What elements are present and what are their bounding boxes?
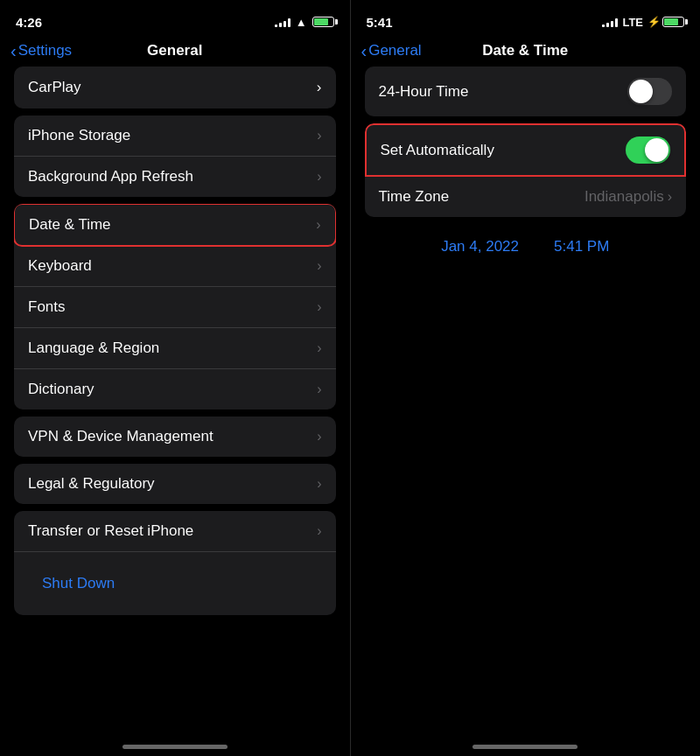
- twenty-four-hour-label: 24-Hour Time: [379, 83, 469, 101]
- left-status-bar: 4:26 ▲: [0, 0, 350, 38]
- transfer-reset-row[interactable]: Transfer or Reset iPhone ›: [14, 511, 336, 552]
- date-display: Jan 4, 2022: [441, 238, 519, 256]
- right-status-icons: LTE ⚡: [602, 16, 684, 29]
- language-region-row[interactable]: Language & Region ›: [14, 328, 336, 369]
- set-automatically-row: Set Automatically: [365, 123, 687, 177]
- left-nav-bar: ‹ Settings General: [0, 38, 350, 66]
- chevron-right-icon: ›: [317, 79, 322, 96]
- legal-label: Legal & Regulatory: [28, 475, 155, 493]
- signal-icon: [275, 17, 290, 27]
- date-time-label: Date & Time: [29, 216, 111, 234]
- shutdown-row[interactable]: Shut Down: [14, 552, 336, 615]
- wifi-icon: ▲: [296, 16, 307, 29]
- twenty-four-hour-toggle[interactable]: [627, 78, 672, 105]
- toggle-knob: [645, 138, 668, 162]
- right-time: 5:41: [367, 15, 393, 30]
- chevron-left-icon: ‹: [361, 42, 368, 60]
- settings-back-button[interactable]: ‹ Settings: [10, 42, 72, 60]
- toggle-knob: [629, 80, 653, 103]
- charging-icon: ⚡: [648, 16, 661, 28]
- back-label: Settings: [18, 42, 72, 60]
- battery-right-icon: [662, 17, 684, 27]
- timezone-value: Indianapolis ›: [584, 188, 672, 206]
- right-panel: 5:41 LTE ⚡ ‹ General Date & Time: [351, 0, 701, 756]
- left-nav-title: General: [147, 42, 202, 60]
- datetime-group: Date & Time › Keyboard › Fonts › Languag…: [14, 204, 336, 410]
- signal-icon: [602, 17, 618, 27]
- chevron-right-icon: ›: [317, 429, 321, 444]
- twenty-four-hour-group: 24-Hour Time: [365, 66, 687, 116]
- lte-label: LTE: [622, 16, 643, 29]
- reset-group: Transfer or Reset iPhone › Shut Down: [14, 511, 336, 615]
- fonts-label: Fonts: [28, 298, 66, 316]
- chevron-right-icon: ›: [317, 169, 321, 185]
- left-status-icons: ▲: [275, 16, 334, 29]
- iphone-storage-label: iPhone Storage: [28, 127, 130, 144]
- background-refresh-row[interactable]: Background App Refresh ›: [14, 157, 336, 197]
- chevron-right-icon: ›: [668, 189, 672, 205]
- right-content: 24-Hour Time Set Automatically Time Zone…: [351, 66, 701, 726]
- right-nav-bar: ‹ General Date & Time: [351, 38, 701, 66]
- datetime-display: Jan 4, 2022 5:41 PM: [365, 224, 687, 270]
- chevron-right-icon: ›: [317, 382, 321, 397]
- chevron-right-icon: ›: [317, 476, 321, 492]
- set-automatically-label: Set Automatically: [381, 142, 494, 159]
- chevron-right-icon: ›: [317, 340, 321, 356]
- right-status-bar: 5:41 LTE ⚡: [351, 0, 701, 38]
- dictionary-label: Dictionary: [28, 381, 94, 398]
- carplay-label: CarPlay: [28, 79, 80, 96]
- transfer-reset-label: Transfer or Reset iPhone: [28, 522, 193, 540]
- right-nav-title: Date & Time: [482, 42, 568, 60]
- left-scroll-area: CarPlay › iPhone Storage › Background Ap…: [0, 66, 350, 726]
- back-label: General: [368, 42, 421, 60]
- chevron-right-icon: ›: [317, 299, 321, 315]
- dictionary-row[interactable]: Dictionary ›: [14, 369, 336, 410]
- chevron-right-icon: ›: [317, 128, 321, 144]
- home-indicator-left: [0, 726, 350, 756]
- home-indicator-right: [351, 726, 701, 756]
- timezone-row[interactable]: Time Zone Indianapolis ›: [365, 177, 687, 217]
- chevron-right-icon: ›: [317, 258, 321, 274]
- keyboard-label: Keyboard: [28, 257, 92, 275]
- background-refresh-label: Background App Refresh: [28, 168, 193, 186]
- legal-row[interactable]: Legal & Regulatory ›: [14, 464, 336, 504]
- storage-group: iPhone Storage › Background App Refresh …: [14, 116, 336, 197]
- timezone-label: Time Zone: [379, 188, 450, 206]
- home-bar: [472, 745, 578, 749]
- iphone-storage-row[interactable]: iPhone Storage ›: [14, 116, 336, 157]
- language-region-label: Language & Region: [28, 340, 159, 357]
- chevron-right-icon: ›: [317, 523, 321, 539]
- fonts-row[interactable]: Fonts ›: [14, 287, 336, 328]
- date-time-row[interactable]: Date & Time ›: [14, 204, 336, 247]
- keyboard-row[interactable]: Keyboard ›: [14, 246, 336, 287]
- vpn-row[interactable]: VPN & Device Management ›: [14, 416, 336, 457]
- auto-timezone-group: Set Automatically Time Zone Indianapolis…: [365, 123, 687, 217]
- carplay-row[interactable]: CarPlay ›: [14, 66, 336, 108]
- shutdown-button[interactable]: Shut Down: [28, 564, 322, 604]
- legal-group: Legal & Regulatory ›: [14, 464, 336, 504]
- timezone-city: Indianapolis: [584, 188, 664, 206]
- twenty-four-hour-row: 24-Hour Time: [365, 66, 687, 116]
- chevron-left-icon: ‹: [10, 42, 17, 60]
- left-time: 4:26: [16, 15, 42, 30]
- battery-icon: [312, 17, 334, 27]
- left-panel: 4:26 ▲ ‹ Settings General CarPlay ›: [0, 0, 350, 756]
- charging-battery-icon: ⚡: [648, 16, 684, 28]
- general-back-button[interactable]: ‹ General: [361, 42, 422, 60]
- chevron-right-icon: ›: [316, 217, 320, 233]
- vpn-label: VPN & Device Management: [28, 428, 214, 445]
- time-display: 5:41 PM: [554, 238, 609, 256]
- set-automatically-toggle[interactable]: [626, 136, 670, 164]
- home-bar: [122, 745, 228, 749]
- vpn-group: VPN & Device Management ›: [14, 416, 336, 457]
